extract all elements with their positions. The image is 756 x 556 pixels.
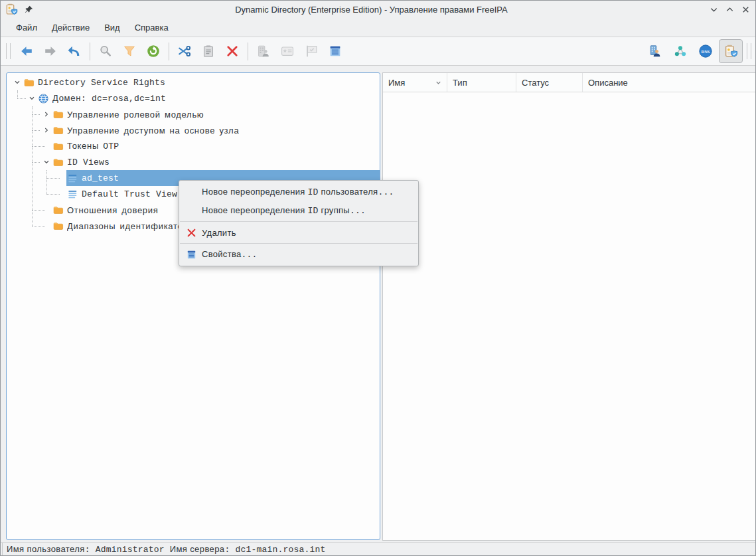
app-window: Dynamic Directory (Enterprise Edition) -… (0, 0, 756, 556)
tree-item-label: Отношения доверия (67, 205, 158, 215)
tree-branch-spacer (41, 205, 52, 215)
tree-item[interactable]: Домен: dc=rosa,dc=int (7, 90, 380, 106)
tree-expander[interactable] (41, 157, 52, 167)
toolbar-properties-button[interactable] (323, 39, 347, 63)
menubar: ФайлДействиеВидСправка (1, 18, 755, 37)
table-header-row: ИмяТипСтатусОписание (383, 73, 755, 92)
toolbar-cut-button[interactable] (173, 39, 196, 63)
menu-help[interactable]: Справка (127, 20, 176, 35)
toolbar-new-flag-button (299, 39, 323, 63)
text-segment: группы (319, 205, 350, 215)
toolbar-reload-button[interactable] (141, 39, 165, 63)
toolbar-search-button (94, 39, 117, 63)
tree-item-content: Directory Service Rights (23, 74, 380, 90)
delete-icon (225, 44, 240, 58)
tree-item-label: Directory Service Rights (38, 77, 165, 88)
menu-action[interactable]: Действие (44, 20, 97, 35)
new-flag-icon (304, 44, 319, 58)
text-segment: ID (308, 187, 319, 197)
menu-file[interactable]: Файл (9, 20, 44, 35)
toolbar-new-badge-button (275, 39, 299, 63)
svg-text:DNS: DNS (702, 49, 710, 54)
column-header-Статус[interactable]: Статус (516, 73, 583, 92)
toolbar-delete-button[interactable] (220, 39, 244, 63)
folder-icon (52, 205, 64, 216)
text-segment: ... (378, 187, 394, 197)
column-header-Имя[interactable]: Имя (383, 73, 447, 92)
toolbar: DNS (1, 37, 755, 66)
tree-item-content: Управление ролевой моделью (52, 106, 380, 122)
tree-expander[interactable] (27, 93, 37, 104)
column-header-label: Описание (588, 78, 628, 88)
tree-item[interactable]: Токены OTP (7, 138, 380, 154)
list-lines-icon (67, 173, 78, 184)
tree-expander[interactable] (41, 125, 52, 136)
statusbar-text: Имя пользователя: Administrator Имя серв… (7, 544, 325, 555)
toolbar-dns-view-button[interactable]: DNS (694, 39, 718, 63)
context-menu-item-label: Свойства... (202, 249, 258, 260)
text-segment: : dc=rosa,dc=int (81, 94, 166, 104)
context-menu-item-new-id-user-override[interactable]: Новое переопределения ID пользователя... (179, 183, 418, 201)
menu-view[interactable]: Вид (97, 20, 127, 35)
search-icon (98, 44, 113, 58)
column-header-label: Имя (388, 78, 405, 88)
text-segment: Управление ролевой моделью (67, 110, 204, 120)
tree-item-content: Токены OTP (52, 138, 380, 154)
toolbar-paste-button (196, 39, 220, 63)
tree-expander[interactable] (12, 77, 23, 88)
toolbar-users-view-button[interactable] (643, 39, 667, 63)
tree-item-label: Токены OTP (67, 141, 119, 151)
text-segment: Directory Service Rights (38, 78, 165, 88)
tree-item-label: ID Views (67, 157, 110, 167)
sort-indicator-icon (434, 78, 443, 87)
tree-item-label: Домен: dc=rosa,dc=int (52, 93, 166, 104)
properties-list-icon (328, 44, 342, 58)
tree-item-label: ad_test (82, 173, 119, 183)
pin-icon[interactable] (24, 5, 34, 15)
tree-item[interactable]: ID Views (7, 154, 380, 170)
toolbar-rights-view-button[interactable] (719, 39, 743, 63)
toolbar-filter-button[interactable] (117, 39, 141, 63)
column-header-Описание[interactable]: Описание (583, 73, 755, 92)
paste-icon (201, 44, 216, 58)
rights-clipboard-icon (723, 44, 738, 58)
menu-separator (180, 221, 417, 222)
column-header-label: Статус (522, 78, 549, 88)
folder-icon (52, 157, 64, 168)
context-menu: Новое переопределения ID пользователя...… (179, 180, 419, 266)
text-segment: Новое переопределения (202, 187, 308, 197)
text-segment: ID Views (67, 157, 110, 167)
text-segment: ad_test (82, 173, 119, 183)
close-button[interactable] (741, 5, 751, 15)
new-user-icon (256, 44, 271, 58)
context-menu-item-properties[interactable]: Свойства... (179, 245, 418, 264)
context-menu-item-new-id-group-override[interactable]: Новое переопределения ID группы... (179, 201, 418, 220)
text-segment: Default Trust View (82, 189, 177, 199)
toolbar-drag-handle[interactable] (6, 43, 11, 59)
context-menu-item-label: Удалить (202, 228, 236, 238)
properties-list-icon (186, 249, 197, 260)
tree-item-label: Управление доступом на основе узла (67, 126, 239, 136)
column-header-Тип[interactable]: Тип (447, 73, 516, 92)
titlebar: Dynamic Directory (Enterprise Edition) -… (1, 1, 755, 18)
maximize-button[interactable] (725, 5, 735, 15)
text-segment: : dc1-main.rosa.int (224, 545, 325, 555)
items-table-panel: ИмяТипСтатусОписание (382, 72, 756, 541)
minimize-button[interactable] (709, 5, 719, 15)
tree-item[interactable]: Directory Service Rights (7, 74, 380, 90)
toolbar-topology-view-button[interactable] (668, 39, 692, 63)
tree-item[interactable]: Управление ролевой моделью (7, 106, 380, 122)
context-menu-item-label: Новое переопределения ID группы... (202, 205, 366, 216)
text-segment: ... (350, 206, 366, 216)
context-menu-item-delete[interactable]: Удалить (179, 223, 418, 242)
tree-expander[interactable] (41, 109, 52, 120)
toolbar-separator (248, 43, 248, 60)
toolbar-undo-button[interactable] (62, 39, 86, 63)
tree-item[interactable]: Управление доступом на основе узла (7, 122, 380, 138)
window-controls (709, 5, 751, 15)
tree-branch-spacer (41, 141, 52, 151)
tree-item-content: Управление доступом на основе узла (52, 122, 380, 138)
toolbar-back-button[interactable] (15, 39, 38, 63)
toolbar-drag-handle-right[interactable] (747, 43, 751, 59)
folder-icon (52, 125, 64, 136)
